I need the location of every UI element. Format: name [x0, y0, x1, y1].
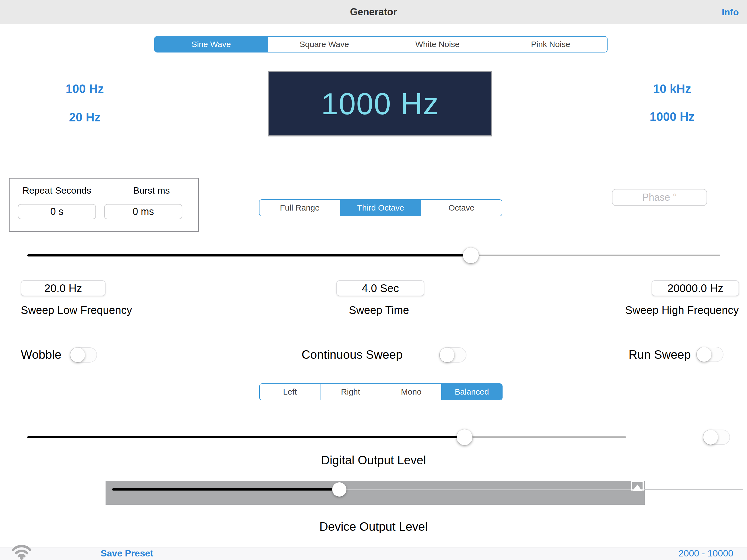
waveform-selector-option-white-noise[interactable]: White Noise [381, 36, 494, 52]
info-button[interactable]: Info [722, 0, 739, 24]
device-output-label: Device Output Level [0, 520, 747, 533]
continuous-sweep-label: Continuous Sweep [302, 348, 403, 361]
octave-range-selector[interactable]: Full RangeThird OctaveOctave [259, 199, 502, 216]
digital-output-label: Digital Output Level [0, 453, 747, 467]
burst-ms-field[interactable]: 0 ms [104, 204, 182, 219]
nav-bar: Generator Info [0, 0, 747, 24]
digital-output-toggle-knob[interactable] [703, 430, 718, 444]
frequency-slider[interactable] [27, 247, 720, 263]
frequency-display-value: 1000 Hz [321, 86, 439, 121]
repeat-seconds-field[interactable]: 0 s [18, 204, 96, 219]
page-title: Generator [0, 0, 747, 24]
phase-input[interactable] [612, 189, 707, 206]
octave-range-selector-option-octave[interactable]: Octave [421, 200, 502, 216]
frequency-slider-track-empty [471, 255, 720, 256]
repeat-burst-group: Repeat Seconds Burst ms 0 s 0 ms [9, 178, 199, 232]
sweep-high-frequency-label: Sweep High Frequency [625, 304, 739, 316]
run-sweep-toggle[interactable] [696, 347, 723, 362]
digital-output-track-empty [465, 436, 626, 438]
digital-output-slider[interactable] [27, 429, 626, 446]
sweep-low-frequency-label: Sweep Low Frequency [21, 304, 132, 316]
waveform-selector-option-pink-noise[interactable]: Pink Noise [494, 36, 607, 52]
airplay-route-button[interactable] [631, 481, 643, 490]
waveform-selector-option-sine-wave[interactable]: Sine Wave [155, 36, 268, 52]
waveform-selector-option-square-wave[interactable]: Square Wave [268, 36, 381, 52]
wifi-icon [11, 543, 32, 560]
frequency-slider-track-filled [27, 254, 471, 256]
wobble-toggle[interactable] [70, 347, 97, 362]
sweep-time-field[interactable]: 4.0 Sec [336, 280, 424, 296]
run-sweep-toggle-knob[interactable] [697, 347, 712, 362]
preset-1000hz-button[interactable]: 1000 Hz [637, 110, 707, 124]
device-output-track-empty [339, 489, 743, 490]
frequency-range-label[interactable]: 2000 - 10000 [679, 548, 733, 559]
waveform-selector[interactable]: Sine WaveSquare WaveWhite NoisePink Nois… [154, 36, 608, 52]
frequency-display: 1000 Hz [268, 71, 492, 136]
device-output-track-filled [112, 488, 339, 490]
octave-range-selector-option-full-range[interactable]: Full Range [259, 200, 340, 216]
channel-selector-option-right[interactable]: Right [320, 384, 381, 400]
channel-selector-option-mono[interactable]: Mono [381, 384, 442, 400]
preset-100hz-button[interactable]: 100 Hz [49, 82, 120, 96]
sweep-time-label: Sweep Time [349, 304, 409, 316]
frequency-slider-handle[interactable] [463, 248, 479, 263]
wobble-label: Wobble [21, 348, 61, 361]
continuous-sweep-toggle[interactable] [439, 347, 466, 362]
channel-selector[interactable]: LeftRightMonoBalanced [259, 383, 503, 400]
device-output-handle[interactable] [332, 482, 346, 497]
repeat-seconds-label: Repeat Seconds [9, 185, 104, 196]
run-sweep-label: Run Sweep [628, 348, 691, 361]
sweep-high-frequency-field[interactable]: 20000.0 Hz [651, 280, 739, 296]
channel-selector-option-left[interactable]: Left [260, 384, 320, 400]
save-preset-button[interactable]: Save Preset [101, 548, 153, 559]
octave-range-selector-option-third-octave[interactable]: Third Octave [340, 200, 421, 216]
channel-selector-option-balanced[interactable]: Balanced [441, 384, 502, 400]
wobble-toggle-knob[interactable] [70, 348, 85, 362]
burst-ms-label: Burst ms [104, 185, 199, 196]
digital-output-handle[interactable] [457, 429, 472, 445]
airplay-icon-triangle [633, 485, 642, 491]
digital-output-toggle[interactable] [703, 430, 730, 445]
continuous-sweep-toggle-knob[interactable] [440, 348, 455, 362]
preset-10khz-button[interactable]: 10 kHz [637, 82, 707, 96]
digital-output-track-filled [27, 436, 465, 438]
device-output-slider[interactable] [106, 481, 645, 505]
preset-20hz-button[interactable]: 20 Hz [49, 110, 120, 124]
sweep-low-frequency-field[interactable]: 20.0 Hz [21, 280, 106, 296]
